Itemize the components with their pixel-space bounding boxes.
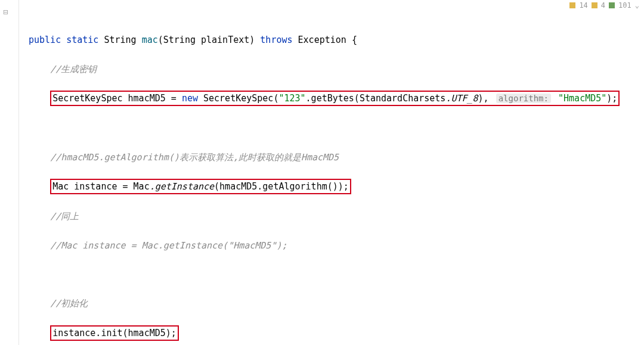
comment-macalt: //Mac instance = Mac.getInstance("HmacMD…	[29, 238, 644, 253]
line-secretkeyspec: SecretKeySpec hmacMD5 = new SecretKeySpe…	[29, 91, 644, 106]
method-signature: public static String mac(String plainTex…	[29, 33, 644, 47]
weak-warning-icon	[592, 2, 597, 8]
fold-icon[interactable]: ⊟	[3, 7, 8, 17]
blank-line	[29, 268, 644, 282]
comment-same1: //同上	[29, 209, 644, 223]
chevron-down-icon[interactable]: ⌄	[635, 1, 639, 10]
inspection-widget[interactable]: 14 4 101 ⌄	[569, 1, 639, 10]
line-init: instance.init(hmacMD5);	[29, 325, 644, 341]
blank-line	[29, 121, 644, 135]
comment-getalg: //hmacMD5.getAlgorithm()表示获取算法,此时获取的就是Hm…	[29, 150, 644, 164]
line-getinstance: Mac instance = Mac.getInstance(hmacMD5.g…	[29, 179, 644, 194]
typo-count: 101	[618, 1, 631, 10]
comment-keygen: //生成密钥	[29, 62, 644, 76]
param-hint: algorithm:	[496, 94, 551, 103]
gutter: ⊟	[0, 0, 19, 345]
warning-count: 14	[579, 1, 587, 10]
weak-warning-count: 4	[601, 1, 605, 10]
code-area: public static String mac(String plainTex…	[29, 18, 644, 345]
code-editor[interactable]: public static String mac(String plainTex…	[0, 0, 644, 345]
warning-icon	[569, 2, 575, 8]
typo-icon	[609, 2, 615, 8]
comment-init: //初始化	[29, 296, 644, 310]
